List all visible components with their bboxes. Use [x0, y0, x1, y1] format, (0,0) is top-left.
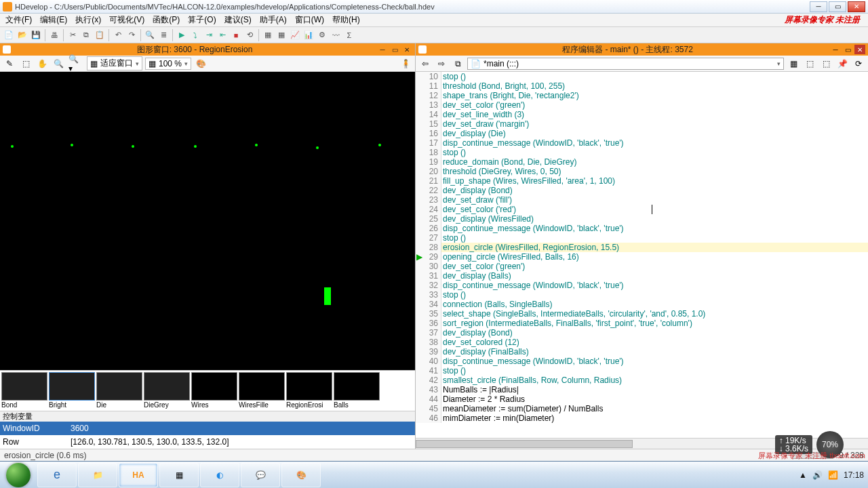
- maximize-button[interactable]: ▭: [829, 1, 846, 12]
- code-line[interactable]: ▶29opening_circle (WiresFilled, Balls, 1…: [416, 252, 868, 262]
- undo-button[interactable]: ↶: [112, 29, 124, 41]
- code-line[interactable]: 10stop (): [416, 72, 868, 81]
- feature-button[interactable]: ⚙: [316, 29, 328, 41]
- move-tool[interactable]: ⬚: [19, 57, 33, 70]
- print-button[interactable]: 🖶: [48, 29, 60, 41]
- code-line[interactable]: 46mimDiameter := min(Diameter): [416, 413, 868, 423]
- zoom-tool[interactable]: 🔍: [52, 57, 65, 70]
- task-app2[interactable]: ◐: [200, 463, 239, 487]
- cut-button[interactable]: ✂: [66, 29, 79, 41]
- code-line[interactable]: 22dev_display (Bond): [416, 186, 868, 195]
- copy-path-button[interactable]: ⧉: [451, 57, 465, 70]
- thumbnail[interactable]: Bright: [49, 372, 95, 409]
- code-line[interactable]: 15dev_set_draw ('margin'): [416, 119, 868, 129]
- gw-minimize-button[interactable]: ─: [377, 45, 388, 54]
- code-line[interactable]: 32disp_continue_message (WindowID, 'blac…: [416, 281, 868, 290]
- menu-item[interactable]: 建议(S): [220, 13, 256, 27]
- zoom-percent-dropdown[interactable]: ▦100 %: [145, 58, 191, 70]
- variable-row[interactable]: WindowID3600: [0, 422, 415, 435]
- system-tray[interactable]: ▲ 🔊 📶 17:18: [795, 470, 868, 480]
- menu-item[interactable]: 帮助(H): [328, 13, 364, 27]
- menu-item[interactable]: 文件(F): [1, 13, 36, 27]
- code-line[interactable]: 41stop (): [416, 366, 868, 375]
- pin-button[interactable]: 📌: [835, 57, 849, 70]
- code-line[interactable]: 13dev_set_color ('green'): [416, 100, 868, 110]
- nav-back-button[interactable]: ⇦: [418, 57, 432, 70]
- tray-icon[interactable]: ▲: [799, 470, 807, 480]
- code-line[interactable]: 44Diameter := 2 * Radius: [416, 394, 868, 404]
- menu-item[interactable]: 编辑(E): [36, 13, 71, 27]
- code-line[interactable]: 23dev_set_draw ('fill'): [416, 195, 868, 205]
- code-line[interactable]: 24dev_set_color ('red'): [416, 205, 868, 214]
- code-editor[interactable]: 10stop ()11threshold (Bond, Bright, 100,…: [416, 72, 868, 438]
- code-line[interactable]: 14dev_set_line_width (3): [416, 110, 868, 119]
- code-line[interactable]: 39dev_display (FinalBalls): [416, 347, 868, 357]
- list-button[interactable]: ≣: [157, 29, 170, 41]
- stop-button[interactable]: ■: [230, 29, 242, 41]
- gw-close-button[interactable]: ✕: [401, 45, 412, 54]
- thumbnail[interactable]: Bond: [1, 372, 47, 409]
- task-app1[interactable]: ▦: [159, 463, 199, 487]
- run-button[interactable]: ▶: [176, 29, 188, 41]
- thumbnail[interactable]: RegionErosi: [286, 372, 332, 409]
- step-over-button[interactable]: ⤵: [189, 29, 201, 41]
- thumbnail[interactable]: Balls: [334, 372, 380, 409]
- menu-item[interactable]: 窗口(W): [291, 13, 328, 27]
- graphics-canvas[interactable]: [0, 72, 415, 370]
- tray-icon[interactable]: 📶: [828, 470, 838, 480]
- code-line[interactable]: 21fill_up_shape (Wires, WiresFilled, 'ar…: [416, 176, 868, 186]
- code-line[interactable]: 18stop (): [416, 148, 868, 157]
- new-window-button[interactable]: ▦: [787, 57, 800, 70]
- paste-button[interactable]: 📋: [94, 29, 106, 41]
- code-line[interactable]: 33stop (): [416, 290, 868, 300]
- copy-button[interactable]: ⧉: [80, 29, 92, 41]
- code-line[interactable]: 34connection (Balls, SingleBalls): [416, 300, 868, 309]
- code-line[interactable]: 40disp_continue_message (WindowID, 'blac…: [416, 357, 868, 366]
- code-line[interactable]: 12shape_trans (Bright, Die, 'rectangle2'…: [416, 91, 868, 100]
- code-line[interactable]: 17disp_continue_message (WindowID, 'blac…: [416, 138, 868, 148]
- code-line[interactable]: 19reduce_domain (Bond, Die, DieGrey): [416, 157, 868, 167]
- minimize-button[interactable]: ─: [810, 1, 827, 12]
- pe-minimize-button[interactable]: ─: [830, 45, 841, 54]
- code-line[interactable]: 25dev_display (WiresFilled): [416, 214, 868, 224]
- reset-view-button[interactable]: 🧍: [399, 57, 412, 70]
- window-2-button[interactable]: ▦: [275, 29, 288, 41]
- code-line[interactable]: 20threshold (DieGrey, Wires, 0, 50): [416, 167, 868, 176]
- task-app3[interactable]: 💬: [241, 463, 280, 487]
- code-line[interactable]: 11threshold (Bond, Bright, 100, 255): [416, 81, 868, 91]
- task-explorer[interactable]: 📁: [78, 463, 117, 487]
- clock[interactable]: 17:18: [844, 470, 864, 480]
- start-button[interactable]: [0, 462, 37, 489]
- menu-item[interactable]: 执行(x): [71, 13, 105, 27]
- toggle-1-button[interactable]: ⬚: [803, 57, 816, 70]
- task-ie[interactable]: e: [37, 463, 77, 487]
- code-line[interactable]: 43NumBalls := |Radius|: [416, 385, 868, 394]
- procedure-combo[interactable]: 📄 *main (:::): [467, 58, 784, 70]
- pe-maximize-button[interactable]: ▭: [842, 45, 853, 54]
- menu-item[interactable]: 助手(A): [256, 13, 291, 27]
- code-line[interactable]: 26disp_continue_message (WindowID, 'blac…: [416, 224, 868, 233]
- code-line[interactable]: 37dev_display (Bond): [416, 328, 868, 338]
- step-into-button[interactable]: ⇥: [203, 29, 215, 41]
- step-out-button[interactable]: ⇤: [216, 29, 229, 41]
- open-button[interactable]: 📂: [16, 29, 28, 41]
- task-paint[interactable]: 🎨: [281, 463, 321, 487]
- menu-item[interactable]: 算子(O): [184, 13, 220, 27]
- zoom-dropdown[interactable]: 🔍▾: [68, 57, 81, 70]
- reset-button[interactable]: ⟲: [243, 29, 256, 41]
- code-line[interactable]: 27stop (): [416, 233, 868, 243]
- save-button[interactable]: 💾: [30, 29, 42, 41]
- thumbnail[interactable]: DieGrey: [144, 372, 190, 409]
- refresh-button[interactable]: ⟳: [852, 57, 865, 70]
- toggle-2-button[interactable]: ⬚: [819, 57, 833, 70]
- thumbnail[interactable]: WiresFille: [239, 372, 285, 409]
- gw-maximize-button[interactable]: ▭: [389, 45, 400, 54]
- new-button[interactable]: 📄: [3, 29, 15, 41]
- pan-tool[interactable]: ✋: [35, 57, 49, 70]
- pe-close-button[interactable]: ✕: [854, 45, 865, 54]
- code-line[interactable]: 16dev_display (Die): [416, 129, 868, 138]
- code-line[interactable]: 36sort_region (IntermediateBalls, FinalB…: [416, 319, 868, 328]
- variable-row[interactable]: Row[126.0, 130.781, 130.5, 130.0, 133.5,…: [0, 435, 415, 449]
- code-line[interactable]: 45meanDiameter := sum(Diameter) / NumBal…: [416, 404, 868, 413]
- redo-button[interactable]: ↷: [125, 29, 138, 41]
